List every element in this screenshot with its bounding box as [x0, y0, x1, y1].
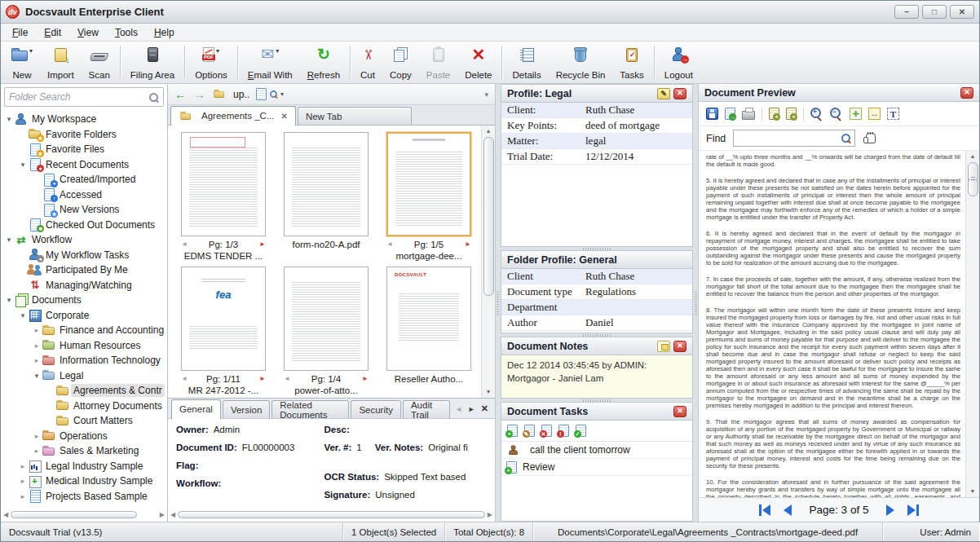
tab-scroll-left-icon[interactable]: ◄ [455, 405, 462, 413]
scroll-down-icon[interactable]: ▼ [486, 388, 492, 396]
scrollbar-thumb[interactable] [968, 162, 978, 196]
close-icon[interactable]: ✕ [960, 87, 973, 99]
priority-task-icon[interactable]: ! [558, 425, 569, 437]
tree-item-participated-by-me[interactable]: Participated By Me [1, 262, 167, 278]
thumbnail-page[interactable] [181, 132, 266, 236]
maximize-button[interactable]: □ [922, 5, 947, 19]
previous-page-button[interactable] [784, 505, 792, 516]
new-note-icon[interactable] [657, 341, 670, 352]
zoom-in-icon[interactable]: + [810, 108, 823, 121]
forward-icon[interactable]: → [193, 88, 205, 100]
tree-horizontal-scrollbar[interactable]: ◀ ▶ [1, 509, 167, 522]
fit-width-icon[interactable]: ↔ [868, 108, 881, 120]
tree-item-created-imported[interactable]: +Created/Imported [1, 172, 167, 187]
page-next-icon[interactable]: ► [259, 240, 266, 248]
tree-item-corporate[interactable]: ▾Corporate [1, 308, 167, 324]
menu-item-tools[interactable]: Tools [108, 25, 144, 40]
toolbar-button-recycle-bin[interactable]: Recycle Bin [549, 42, 613, 83]
page-prev-icon[interactable]: ◄ [181, 375, 188, 382]
edit-task-icon[interactable]: ✎ [524, 425, 535, 437]
toolbar-button-delete[interactable]: ✕Delete [457, 42, 499, 83]
page-prev-icon[interactable]: ◄ [386, 240, 393, 248]
preview-scrollbar[interactable]: ▲ ▼ [965, 151, 979, 497]
scrollbar-thumb[interactable] [483, 137, 494, 296]
find-search-icon[interactable] [841, 133, 851, 143]
tree-item-attorney-documents[interactable]: Attorney Documents [1, 399, 167, 414]
page-next-icon[interactable]: ► [465, 240, 471, 248]
export-icon[interactable]: → [725, 108, 735, 120]
tree-item-information-technology[interactable]: ▸Information Technology [1, 353, 167, 368]
details-tab-version[interactable]: Version [223, 400, 270, 418]
toolbar-button-refresh[interactable]: ↻Refresh [300, 42, 347, 83]
thumbnail-page[interactable] [181, 267, 266, 371]
toolbar-overflow-icon[interactable]: ▾ [484, 90, 488, 99]
find-input[interactable] [737, 133, 841, 144]
fit-page-icon[interactable]: ✛ [850, 108, 862, 120]
tree-item-court-matters[interactable]: Court Matters [1, 413, 167, 429]
thumbnail-form-no20-a-pdf[interactable]: form-no20-A.pdf [280, 132, 372, 263]
add-task-icon[interactable]: + [507, 425, 518, 437]
thumbnail-scrollbar[interactable]: ▲ ▼ [481, 126, 495, 398]
tree-item-workflow[interactable]: ▾⇄Workflow [1, 232, 167, 248]
scrollbar-thumb[interactable] [11, 511, 136, 518]
page-next-icon[interactable]: ► [259, 375, 266, 382]
page-next-icon[interactable]: ► [362, 375, 369, 382]
details-tab-related-documents[interactable]: Related Documents [271, 400, 349, 418]
tree-item-my-workflow-tasks[interactable]: ●My Workflow Tasks [1, 248, 167, 263]
toolbar-button-options[interactable]: ▾Options [188, 42, 235, 83]
tree-item-managing-watching[interactable]: ⇅Managing/Watching [1, 278, 167, 293]
tree-collapsed-icon[interactable]: ▸ [18, 477, 28, 485]
tree-item-accessed[interactable]: ↑Accessed [1, 187, 167, 203]
scroll-down-icon[interactable]: ▼ [970, 487, 976, 496]
scroll-left-icon[interactable]: ◀ [170, 512, 175, 518]
up-button[interactable]: up.. [212, 88, 249, 100]
save-icon[interactable] [706, 108, 718, 120]
toolbar-button-details[interactable]: Details [505, 42, 548, 83]
thumbnail-reseller-autho[interactable]: Reseller Autho... [383, 267, 475, 398]
hand-pan-icon[interactable] [866, 133, 876, 143]
tree-item-new-versions[interactable]: ★New Versions [1, 202, 167, 218]
tree-item-documents[interactable]: ▾Documents [1, 293, 167, 308]
tree-item-operations[interactable]: ▸Operations [1, 429, 167, 444]
scroll-right-icon[interactable]: ▶ [160, 512, 165, 518]
tree-item-legal-industry-sample[interactable]: ▸Legal Industry Sample [1, 459, 167, 474]
tree-expanded-icon[interactable]: ▾ [4, 115, 14, 123]
thumbnail-edms-tender[interactable]: ◄Pg: 1/3►EDMS TENDER ... [178, 132, 269, 263]
tree-item-finance-and-accounting[interactable]: ▸Finance and Accounting [1, 323, 167, 338]
menu-item-help[interactable]: Help [148, 25, 181, 40]
folder-search-box[interactable] [4, 87, 164, 107]
search-icon[interactable] [148, 92, 159, 103]
thumbnail-power-of-atto[interactable]: ◄Pg: 1/4►power-of-atto... [280, 267, 372, 398]
tree-item-checked-out-documents[interactable]: ■Checked Out Documents [1, 218, 167, 233]
details-horizontal-scrollbar[interactable]: ◀ ▶ [168, 509, 495, 522]
toolbar-button-tasks[interactable]: Tasks [612, 42, 651, 83]
close-icon[interactable]: ✕ [673, 406, 686, 417]
tree-item-medical-industry-sample[interactable]: ▸Medical Industry Sample [1, 474, 167, 489]
tree-item-favorite-folders[interactable]: ★Favorite Folders [1, 127, 167, 143]
page-prev-icon[interactable]: ◄ [284, 375, 290, 382]
thumbnail-page[interactable] [284, 132, 369, 236]
tree-item-sales-marketing[interactable]: ▸Sales & Marketing [1, 443, 167, 459]
tree-collapsed-icon[interactable]: ▸ [32, 342, 42, 350]
tree-item-recent-documents[interactable]: ▾●Recent Documents [1, 157, 167, 173]
menu-item-file[interactable]: File [6, 25, 34, 40]
scroll-up-icon[interactable]: ▲ [486, 127, 492, 135]
tree-item-legal[interactable]: ▾Legal [1, 368, 167, 384]
tree-collapsed-icon[interactable]: ▸ [18, 462, 28, 470]
scroll-right-icon[interactable]: ▶ [488, 512, 492, 518]
last-page-button[interactable] [907, 505, 919, 516]
menu-item-view[interactable]: View [71, 25, 105, 40]
thumbnail-mortgage-dee[interactable]: ◄Pg: 1/5►mortgage-dee... [383, 132, 475, 263]
scroll-up-icon[interactable]: ▲ [970, 152, 976, 161]
tree-collapsed-icon[interactable]: ▸ [32, 326, 42, 334]
tree-collapsed-icon[interactable]: ▸ [32, 432, 42, 440]
tree-expanded-icon[interactable]: ▾ [4, 296, 14, 304]
thumbnail-page[interactable] [386, 132, 471, 236]
tree-collapsed-icon[interactable]: ▸ [32, 356, 42, 364]
toolbar-button-logout[interactable]: →Logout [657, 42, 700, 83]
scrollbar-thumb[interactable] [178, 511, 485, 518]
close-icon[interactable]: ✕ [673, 88, 686, 99]
complete-task-icon[interactable]: ✓ [576, 425, 586, 437]
edit-profile-icon[interactable]: ✎ [657, 88, 670, 99]
toolbar-button-scan[interactable]: Scan [82, 42, 117, 83]
